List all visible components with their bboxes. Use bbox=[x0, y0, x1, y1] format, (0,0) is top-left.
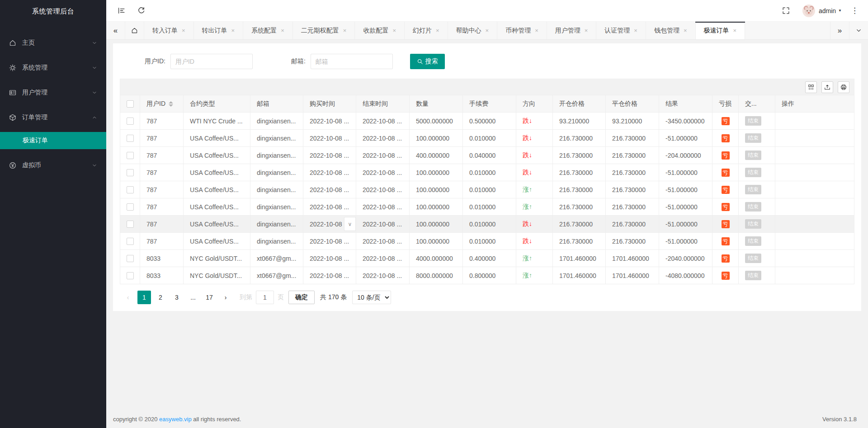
row-checkbox[interactable] bbox=[127, 186, 134, 193]
tab[interactable]: 用户管理 × bbox=[547, 22, 597, 39]
collapse-sidebar-icon[interactable] bbox=[113, 3, 129, 19]
export-icon[interactable] bbox=[821, 81, 833, 93]
confirm-page-button[interactable]: 确定 bbox=[288, 291, 315, 304]
page-number[interactable]: 3 bbox=[170, 291, 184, 304]
status-button[interactable]: 结束 bbox=[745, 254, 761, 263]
table-row[interactable]: 787 USA Coffee/US... dingxiansen... 2022… bbox=[120, 181, 854, 198]
topbar: admin ▼ ⋮ bbox=[106, 0, 868, 22]
tabs-menu-icon[interactable] bbox=[849, 22, 868, 39]
footer-link[interactable]: easyweb.vip bbox=[159, 416, 192, 423]
tab-label: 二元期权配置 bbox=[301, 27, 339, 35]
row-checkbox[interactable] bbox=[127, 135, 134, 142]
row-checkbox[interactable] bbox=[127, 238, 134, 245]
page-number[interactable]: 2 bbox=[154, 291, 167, 304]
tab[interactable]: 认证管理 × bbox=[596, 22, 646, 39]
row-checkbox[interactable] bbox=[127, 203, 134, 211]
close-icon[interactable]: × bbox=[634, 27, 637, 34]
status-button[interactable]: 结束 bbox=[745, 151, 761, 160]
filter-columns-icon[interactable] bbox=[805, 81, 817, 93]
row-checkbox[interactable] bbox=[127, 255, 134, 262]
row-checkbox[interactable] bbox=[127, 118, 134, 125]
sidebar-item-users[interactable]: 用户管理 bbox=[0, 82, 106, 103]
status-button[interactable]: 结束 bbox=[745, 202, 761, 212]
close-icon[interactable]: × bbox=[281, 27, 284, 34]
column-header: 开仓价格 bbox=[553, 95, 606, 113]
close-icon[interactable]: × bbox=[182, 27, 185, 34]
prev-page-button[interactable]: ‹ bbox=[121, 291, 135, 304]
tab[interactable]: 极速订单 × bbox=[696, 22, 745, 39]
table-row[interactable]: 787 USA Coffee/US... dingxiansen... 2022… bbox=[120, 130, 854, 147]
tab[interactable]: 系统配置 × bbox=[243, 22, 293, 39]
close-icon[interactable]: × bbox=[535, 27, 538, 34]
table-row[interactable]: 8033 NYC Gold/USDT... xt0667@gm... 2022-… bbox=[120, 267, 854, 284]
table-row[interactable]: 787 USA Coffee/US... dingxiansen... 2022… bbox=[120, 216, 854, 233]
status-button[interactable]: 结束 bbox=[745, 168, 761, 177]
loss-badge: 亏 bbox=[722, 186, 730, 194]
page-number[interactable]: ... bbox=[186, 291, 200, 304]
sidebar-item-home[interactable]: 主页 bbox=[0, 32, 106, 54]
tab[interactable]: 钱包管理 × bbox=[646, 22, 696, 39]
select-all-checkbox[interactable] bbox=[127, 100, 134, 108]
refresh-icon[interactable] bbox=[133, 3, 149, 19]
row-checkbox[interactable] bbox=[127, 221, 134, 228]
search-button[interactable]: 搜索 bbox=[410, 54, 445, 69]
avatar[interactable] bbox=[802, 5, 815, 17]
status-button[interactable]: 结束 bbox=[745, 133, 761, 143]
cell-contract-type: USA Coffee/US... bbox=[184, 233, 250, 250]
status-button[interactable]: 结束 bbox=[745, 236, 761, 246]
user-id-input[interactable] bbox=[170, 54, 253, 69]
table-row[interactable]: 787 USA Coffee/US... dingxiansen... 2022… bbox=[120, 164, 854, 181]
close-icon[interactable]: × bbox=[392, 27, 396, 34]
table-row[interactable]: 787 USA Coffee/US... dingxiansen... 2022… bbox=[120, 198, 854, 216]
expand-cell-icon[interactable]: ∨ bbox=[344, 217, 356, 231]
sort-icon[interactable] bbox=[169, 101, 173, 107]
tabs-scroll-left-icon[interactable]: « bbox=[106, 22, 125, 39]
sidebar-item-crypto[interactable]: 虚拟币 bbox=[0, 155, 106, 176]
table-row[interactable]: 787 USA Coffee/US... dingxiansen... 2022… bbox=[120, 147, 854, 164]
close-icon[interactable]: × bbox=[343, 27, 347, 34]
page-number[interactable]: 1 bbox=[137, 291, 151, 304]
status-button[interactable]: 结束 bbox=[745, 271, 761, 280]
tab[interactable]: 币种管理 × bbox=[497, 22, 547, 39]
user-menu[interactable]: admin ▼ bbox=[819, 7, 842, 14]
tab[interactable]: 转出订单 × bbox=[194, 22, 244, 39]
close-icon[interactable]: × bbox=[436, 27, 439, 34]
tab[interactable]: 幻灯片 × bbox=[405, 22, 448, 39]
row-checkbox[interactable] bbox=[127, 272, 134, 279]
close-icon[interactable]: × bbox=[231, 27, 235, 34]
row-checkbox[interactable] bbox=[127, 152, 134, 159]
column-header: 平仓价格 bbox=[606, 95, 659, 113]
tab[interactable]: 收款配置 × bbox=[355, 22, 405, 39]
email-input[interactable] bbox=[311, 54, 393, 69]
tab[interactable]: 帮助中心 × bbox=[448, 22, 498, 39]
tab[interactable]: 转入订单 × bbox=[144, 22, 194, 39]
tab[interactable]: 二元期权配置 × bbox=[293, 22, 355, 39]
column-header: 邮箱 bbox=[250, 95, 303, 113]
jump-page-input[interactable] bbox=[256, 291, 274, 304]
sidebar-subitem-fast-orders[interactable]: 极速订单 bbox=[0, 132, 106, 149]
row-checkbox[interactable] bbox=[127, 169, 134, 176]
table-row[interactable]: 787 WTI NYC Crude ... dingxiansen... 202… bbox=[120, 113, 854, 130]
sidebar-item-system[interactable]: 系统管理 bbox=[0, 57, 106, 79]
tab-home-icon[interactable] bbox=[125, 22, 144, 39]
status-button[interactable]: 结束 bbox=[745, 116, 761, 126]
cell-buy-time: 2022-10-08 ...∨ bbox=[303, 198, 356, 216]
table-row[interactable]: 8033 NYC Gold/USDT... xt0667@gm... 2022-… bbox=[120, 250, 854, 267]
close-icon[interactable]: × bbox=[684, 27, 687, 34]
status-button[interactable]: 结束 bbox=[745, 219, 761, 229]
table-row[interactable]: 787 USA Coffee/US... dingxiansen... 2022… bbox=[120, 233, 854, 250]
page-size-select[interactable]: 10 条/页 bbox=[352, 291, 391, 304]
more-menu-icon[interactable]: ⋮ bbox=[848, 6, 861, 15]
cell-result: -51.000000 bbox=[659, 198, 712, 216]
cell-open-price: 1701.460000 bbox=[553, 250, 606, 267]
close-icon[interactable]: × bbox=[585, 27, 588, 34]
print-icon[interactable] bbox=[838, 81, 849, 93]
tabs-scroll-right-icon[interactable]: » bbox=[830, 22, 849, 39]
next-page-button[interactable]: › bbox=[219, 291, 232, 304]
status-button[interactable]: 结束 bbox=[745, 185, 761, 194]
close-icon[interactable]: × bbox=[733, 27, 737, 34]
page-number[interactable]: 17 bbox=[203, 291, 216, 304]
sidebar-item-orders[interactable]: 订单管理 bbox=[0, 107, 106, 128]
close-icon[interactable]: × bbox=[486, 27, 489, 34]
fullscreen-icon[interactable] bbox=[778, 3, 794, 19]
